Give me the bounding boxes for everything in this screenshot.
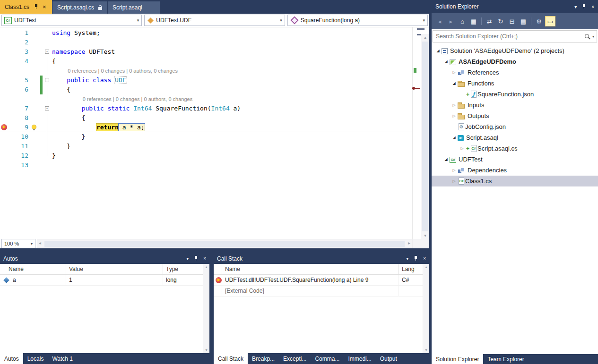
code-line[interactable]: 1using System;	[0, 28, 412, 38]
collapse-box-icon[interactable]: -	[45, 106, 49, 110]
breakpoint-margin[interactable]	[0, 28, 9, 38]
tree-item-references[interactable]: ▷References	[432, 67, 598, 78]
lightbulb-icon[interactable]	[32, 125, 36, 129]
tree-item-script-asaql-cs[interactable]: ▷+C#Script.asaql.cs	[432, 143, 598, 154]
breakpoint-margin[interactable]	[0, 47, 9, 57]
scroll-up-arrow[interactable]: ▴	[423, 265, 429, 269]
chevron-down-icon[interactable]: ▾	[574, 4, 577, 9]
autos-scrollbar[interactable]: ▴ ▾	[203, 264, 209, 353]
scroll-down-arrow[interactable]: ▾	[203, 348, 209, 352]
collapse-box-icon[interactable]: -	[45, 50, 49, 54]
tree-item-inputs[interactable]: ▷Inputs	[432, 100, 598, 110]
breakpoint-margin[interactable]	[0, 38, 9, 47]
close-icon[interactable]: ×	[203, 256, 206, 261]
code-editor[interactable]: 1using System;23-namespace UDFTest4{0 re…	[0, 27, 429, 239]
collapse-all-icon[interactable]: ⊟	[507, 16, 517, 26]
outline-margin[interactable]	[43, 28, 51, 38]
column-header-type[interactable]: Type	[163, 264, 203, 274]
column-header-name[interactable]: Name	[0, 264, 66, 274]
collapsed-arrow-icon[interactable]: ▷	[459, 146, 466, 151]
expanded-arrow-icon[interactable]: ◢	[442, 59, 450, 64]
tab-autos[interactable]: Autos	[0, 353, 23, 364]
tab-breakp-[interactable]: Breakp...	[248, 353, 279, 364]
scroll-up-arrow[interactable]: ▴	[203, 265, 209, 269]
show-all-files-icon[interactable]: ▤	[518, 16, 529, 26]
document-tab-script-asaql[interactable]: Script.asaql	[108, 1, 160, 14]
vertical-scrollbar[interactable]: ▴ ▾	[421, 34, 429, 239]
scroll-right-arrow[interactable]: ▸	[408, 240, 410, 245]
preview-selected-icon[interactable]: ▭	[545, 16, 555, 26]
outline-margin[interactable]	[43, 38, 51, 47]
zoom-dropdown[interactable]: 100 % ▾	[1, 239, 35, 248]
cell-value[interactable]: 1	[66, 275, 163, 285]
breakpoint-margin[interactable]	[0, 151, 9, 161]
column-header-value[interactable]: Value	[66, 264, 163, 274]
chevron-down-icon[interactable]: ▾	[421, 18, 425, 23]
code-line[interactable]: 4{	[0, 57, 412, 66]
expanded-arrow-icon[interactable]: ◢	[434, 49, 442, 53]
tab-team-explorer[interactable]: Team Explorer	[483, 354, 528, 364]
tree-item-class1-cs[interactable]: ▷C#Class1.cs	[432, 176, 598, 186]
codelens-row[interactable]: 0 references | 0 changes | 0 authors, 0 …	[0, 66, 412, 76]
breakpoint-margin[interactable]	[0, 57, 9, 66]
callstack-frame[interactable]: UDFTest.dll!UDFTest.UDF.SquareFunction(l…	[214, 275, 429, 286]
outline-margin[interactable]	[43, 85, 51, 94]
autos-row[interactable]: a1long	[0, 275, 209, 286]
pin-icon[interactable]	[194, 256, 198, 261]
callstack-scrollbar[interactable]: ▴ ▾	[423, 264, 429, 353]
document-tab-script-asaql-cs[interactable]: Script.asaql.cs	[52, 1, 107, 14]
outline-margin[interactable]	[43, 94, 51, 104]
expanded-arrow-icon[interactable]: ◢	[442, 157, 450, 161]
tree-item-functions[interactable]: ◢Functions	[432, 78, 598, 89]
close-icon[interactable]: ×	[423, 256, 426, 261]
tab-immedi-[interactable]: Immedi...	[344, 353, 375, 364]
outline-margin[interactable]	[43, 123, 51, 132]
collapse-box-icon[interactable]: -	[45, 78, 49, 82]
codelens-row[interactable]: 0 references | 0 changes | 0 authors, 0 …	[0, 94, 412, 104]
scroll-down-arrow[interactable]: ▾	[423, 348, 429, 352]
close-icon[interactable]: ×	[591, 4, 594, 9]
tab-solution-explorer[interactable]: Solution Explorer	[432, 354, 483, 364]
code-line[interactable]: 12}	[0, 151, 412, 161]
tree-item-outputs[interactable]: ▷Outputs	[432, 110, 598, 121]
member-dropdown[interactable]: SquareFunction(long a) ▾	[287, 15, 428, 26]
code-line[interactable]: 10 }	[0, 132, 412, 142]
close-icon[interactable]: ×	[43, 5, 46, 9]
chevron-down-icon[interactable]: ▾	[135, 18, 139, 23]
pin-icon[interactable]	[34, 4, 38, 9]
pin-icon[interactable]	[414, 256, 418, 261]
breakpoint-margin[interactable]	[0, 76, 9, 85]
sync-with-active-document-icon[interactable]: ⇄	[484, 16, 494, 26]
breakpoint-margin[interactable]	[0, 113, 9, 123]
refresh-icon[interactable]: ↻	[495, 16, 506, 26]
code-line[interactable]: 9 return a * a;	[0, 123, 412, 132]
code-line[interactable]: 7- public static Int64 SquareFunction(In…	[0, 104, 412, 113]
code-line[interactable]: 3-namespace UDFTest	[0, 47, 412, 57]
outline-margin[interactable]	[43, 57, 51, 66]
chevron-down-icon[interactable]: ▾	[406, 256, 408, 261]
chevron-down-icon[interactable]: ▾	[278, 18, 282, 23]
search-input[interactable]	[433, 33, 584, 40]
breakpoint-margin[interactable]	[0, 132, 9, 142]
chevron-down-icon[interactable]: ▾	[592, 34, 594, 39]
tab-output[interactable]: Output	[376, 353, 401, 364]
code-line[interactable]: 5- public class UDF	[0, 76, 412, 85]
scroll-up-arrow[interactable]: ▴	[421, 35, 429, 40]
tree-item-solution-asaedgeudfdemo-2-projects-[interactable]: ◢Solution 'ASAEdgeUDFDemo' (2 projects)	[432, 45, 598, 56]
outline-margin[interactable]: -	[43, 104, 51, 113]
outline-margin[interactable]: -	[43, 76, 51, 85]
scrollbar-thumb[interactable]	[422, 42, 428, 231]
collapsed-arrow-icon[interactable]: ▷	[451, 114, 458, 118]
scroll-left-arrow[interactable]: ◂	[39, 240, 41, 245]
code-line[interactable]: 11 }	[0, 142, 412, 151]
outline-margin[interactable]	[43, 132, 51, 142]
outline-margin[interactable]	[43, 113, 51, 123]
tab-locals[interactable]: Locals	[23, 353, 48, 364]
breakpoint-margin[interactable]	[0, 85, 9, 94]
tab-comma-[interactable]: Comma...	[311, 353, 344, 364]
tab-excepti-[interactable]: Excepti...	[279, 353, 311, 364]
pin-icon[interactable]	[582, 4, 586, 9]
breakpoint-margin[interactable]	[0, 142, 9, 151]
callstack-frame[interactable]: [External Code]	[214, 286, 429, 296]
expanded-arrow-icon[interactable]: ◢	[451, 135, 458, 140]
